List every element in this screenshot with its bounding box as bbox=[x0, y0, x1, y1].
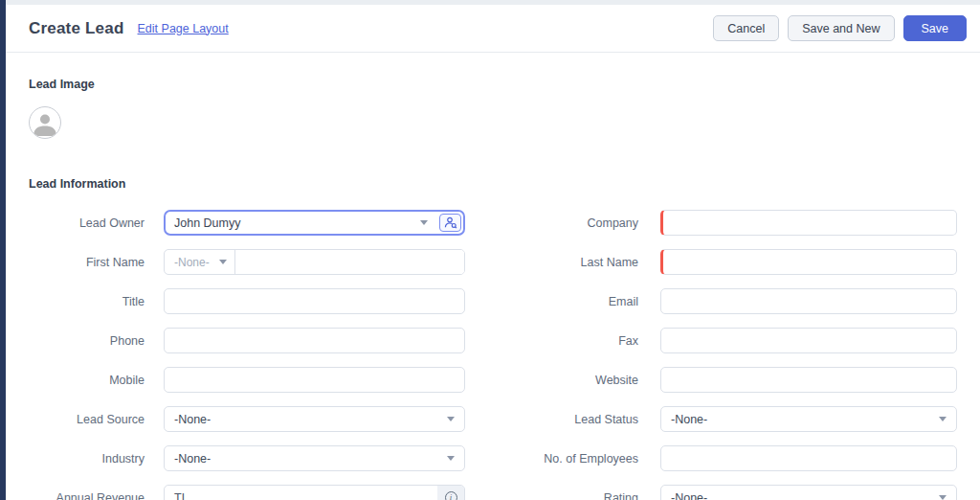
first-name-control: -None- bbox=[164, 249, 465, 275]
fax-input[interactable] bbox=[660, 328, 957, 353]
chevron-down-icon bbox=[939, 495, 947, 500]
user-lookup-icon bbox=[444, 216, 457, 229]
chevron-down-icon bbox=[447, 456, 455, 461]
lead-source-select[interactable]: -None- bbox=[164, 406, 465, 432]
field-label: First Name bbox=[29, 256, 164, 269]
field-no-of-employees: No. of Employees bbox=[505, 445, 957, 471]
industry-value: -None- bbox=[174, 452, 447, 466]
field-label: Mobile bbox=[29, 374, 164, 387]
field-label: Lead Source bbox=[29, 413, 164, 426]
field-lead-owner: Lead Owner John Dumyy bbox=[29, 210, 465, 236]
field-label: Company bbox=[505, 216, 660, 230]
chevron-down-icon bbox=[447, 417, 455, 421]
field-label: Rating bbox=[505, 491, 660, 500]
first-name-input[interactable] bbox=[235, 250, 464, 274]
field-label: Lead Status bbox=[505, 413, 660, 426]
company-input[interactable] bbox=[660, 210, 957, 236]
lead-information-section-label: Lead Information bbox=[29, 177, 957, 191]
sidebar-rail bbox=[0, 0, 6, 500]
field-label: Website bbox=[505, 374, 660, 387]
field-label: Email bbox=[505, 295, 660, 308]
website-input[interactable] bbox=[660, 367, 957, 393]
lead-image-section-label: Lead Image bbox=[29, 78, 957, 91]
field-company: Company bbox=[505, 210, 957, 236]
field-label: No. of Employees bbox=[505, 452, 660, 466]
form-row: Phone Fax bbox=[29, 328, 957, 353]
form-row: Lead Source -None- Lead Status -None- bbox=[29, 406, 957, 432]
field-fax: Fax bbox=[505, 328, 957, 353]
form-row: Annual Revenue TL i Rating -None- bbox=[29, 485, 957, 500]
lead-owner-control: John Dumyy bbox=[164, 210, 465, 236]
last-name-input[interactable] bbox=[660, 249, 957, 275]
field-label: Last Name bbox=[505, 256, 660, 269]
chevron-down-icon bbox=[420, 220, 428, 225]
annual-revenue-control: TL i bbox=[164, 485, 465, 500]
field-label: Phone bbox=[29, 334, 164, 348]
industry-select[interactable]: -None- bbox=[164, 445, 465, 471]
form-row: Industry -None- No. of Employees bbox=[29, 445, 957, 471]
field-label: Fax bbox=[505, 334, 660, 348]
rating-value: -None- bbox=[671, 491, 939, 500]
rating-select[interactable]: -None- bbox=[660, 485, 957, 500]
lead-source-value: -None- bbox=[174, 413, 447, 426]
phone-input[interactable] bbox=[164, 328, 465, 353]
currency-info-suffix[interactable]: i bbox=[437, 486, 464, 500]
field-industry: Industry -None- bbox=[29, 445, 465, 471]
lead-owner-select[interactable]: John Dumyy bbox=[166, 213, 435, 233]
form-row: Lead Owner John Dumyy bbox=[29, 210, 957, 236]
info-icon: i bbox=[445, 491, 457, 500]
email-input[interactable] bbox=[660, 288, 957, 314]
title-input[interactable] bbox=[164, 288, 465, 314]
chevron-down-icon bbox=[939, 417, 947, 421]
chevron-down-icon bbox=[219, 260, 227, 264]
edit-page-layout-link[interactable]: Edit Page Layout bbox=[138, 22, 229, 35]
field-rating: Rating -None- bbox=[505, 485, 957, 500]
currency-prefix: TL bbox=[165, 486, 194, 500]
field-label: Industry bbox=[29, 452, 164, 466]
salutation-select[interactable]: -None- bbox=[165, 250, 235, 274]
field-label: Lead Owner bbox=[29, 216, 164, 230]
mobile-input[interactable] bbox=[164, 367, 465, 393]
form-content: Lead Image Lead Information Lead Owner J… bbox=[6, 78, 980, 500]
salutation-value: -None- bbox=[174, 256, 219, 269]
field-label: Title bbox=[29, 295, 164, 308]
field-lead-status: Lead Status -None- bbox=[505, 406, 957, 432]
field-label: Annual Revenue bbox=[29, 491, 164, 500]
field-email: Email bbox=[505, 288, 957, 314]
no-of-employees-input[interactable] bbox=[660, 445, 957, 471]
field-phone: Phone bbox=[29, 328, 465, 353]
form-row: Title Email bbox=[29, 288, 957, 314]
page-header: Create Lead Edit Page Layout Cancel Save… bbox=[6, 5, 980, 53]
field-annual-revenue: Annual Revenue TL i bbox=[29, 485, 465, 500]
lead-status-select[interactable]: -None- bbox=[660, 406, 957, 432]
lead-owner-value: John Dumyy bbox=[174, 216, 420, 230]
page-title: Create Lead bbox=[29, 19, 124, 38]
person-silhouette-icon bbox=[30, 107, 60, 138]
form-row: Mobile Website bbox=[29, 367, 957, 393]
cancel-button[interactable]: Cancel bbox=[713, 15, 779, 41]
annual-revenue-input[interactable] bbox=[194, 486, 437, 500]
field-last-name: Last Name bbox=[505, 249, 957, 275]
save-button[interactable]: Save bbox=[903, 15, 968, 41]
field-first-name: First Name -None- bbox=[29, 249, 465, 275]
field-lead-source: Lead Source -None- bbox=[29, 406, 465, 432]
create-lead-page: Create Lead Edit Page Layout Cancel Save… bbox=[6, 5, 980, 500]
lead-status-value: -None- bbox=[671, 413, 939, 426]
save-and-new-button[interactable]: Save and New bbox=[788, 15, 894, 41]
field-mobile: Mobile bbox=[29, 367, 465, 393]
field-website: Website bbox=[505, 367, 957, 393]
form-row: First Name -None- Last Name bbox=[29, 249, 957, 275]
field-title: Title bbox=[29, 288, 465, 314]
user-lookup-button[interactable] bbox=[439, 214, 461, 232]
lead-image-upload[interactable] bbox=[29, 106, 61, 139]
